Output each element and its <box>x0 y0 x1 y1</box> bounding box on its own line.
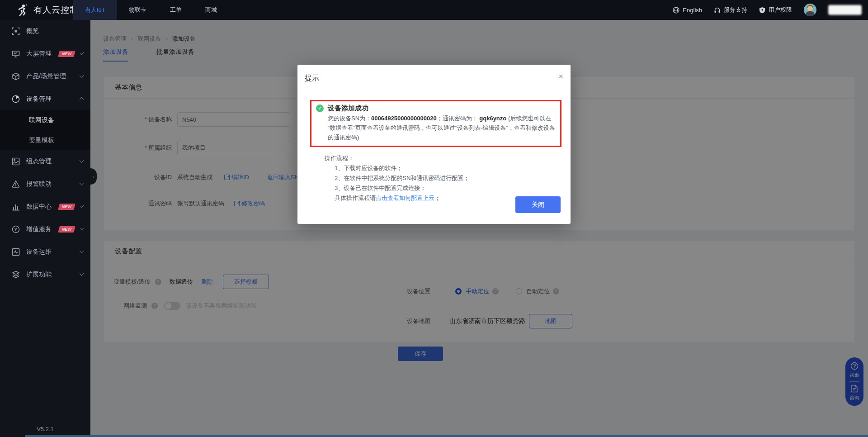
top-tab-work-order[interactable]: 工单 <box>158 0 193 20</box>
language-switch[interactable]: English <box>673 7 702 14</box>
device-manage-icon <box>12 95 20 103</box>
new-badge: NEW <box>58 204 75 210</box>
chevron-down-icon <box>80 226 84 230</box>
chevron-down-icon <box>80 271 84 276</box>
service-support[interactable]: 服务支持 <box>714 6 747 14</box>
step-3: 3、设备已在软件中配置完成连接； <box>335 183 561 193</box>
chevron-down-icon <box>80 180 84 185</box>
sidebar-item-device-ops[interactable]: 设备运维 <box>0 241 90 263</box>
product-icon <box>12 72 20 81</box>
horizontal-scrollbar <box>0 435 868 437</box>
sidebar-item-networked-devices[interactable]: 联网设备 <box>0 110 90 130</box>
prompt-dialog: 提示 × ✓ 设备添加成功 您的设备SN为：000649250000000000… <box>297 65 571 224</box>
device-ops-icon <box>12 248 20 256</box>
version-label: V5.2.1 <box>0 426 90 432</box>
step-2: 2、在软件中把系统分配的SN和通讯密码进行配置； <box>335 173 561 183</box>
new-badge: NEW <box>58 226 75 233</box>
bigscreen-icon <box>12 50 20 58</box>
sidebar-item-product[interactable]: 产品/场景管理 <box>0 65 90 88</box>
globe-icon <box>673 7 679 14</box>
chevron-up-icon <box>80 97 84 101</box>
usr-logo-icon <box>17 4 28 16</box>
sidebar-item-bigscreen[interactable]: 大屏管理 NEW <box>0 43 90 65</box>
annotation-highlight-box: ✓ 设备添加成功 您的设备SN为：00064925000000000020；通讯… <box>310 100 561 147</box>
alarm-icon <box>12 180 20 188</box>
top-nav: 有人IoT 物联卡 工单 商城 <box>73 0 229 20</box>
comm-pwd-value: gqk6ynzo <box>479 115 506 122</box>
top-tab-mall[interactable]: 商城 <box>193 0 229 20</box>
success-check-icon: ✓ <box>316 104 324 112</box>
horizontal-scrollbar-thumb[interactable] <box>25 435 868 437</box>
sidebar-item-device-manage[interactable]: 设备管理 <box>0 88 90 110</box>
sidebar: 概览 大屏管理 NEW 产品/场景管理 设备管理 联网设备 变量模板 组态管理 … <box>0 20 90 437</box>
sidebar-item-variable-template[interactable]: 变量模板 <box>0 130 90 150</box>
chevron-down-icon <box>80 158 84 162</box>
data-center-icon <box>12 203 20 211</box>
steps-title: 操作流程： <box>325 153 561 163</box>
chevron-down-icon <box>80 51 84 54</box>
chevron-down-icon <box>80 204 84 207</box>
top-tab-iot-card[interactable]: 物联卡 <box>117 0 158 20</box>
extend-icon <box>12 271 20 279</box>
value-service-icon <box>12 225 20 233</box>
topbar: 有人云控制台 有人IoT 物联卡 工单 商城 English 服务支持 用户权限 <box>0 0 868 20</box>
device-manage-submenu: 联网设备 变量模板 <box>0 110 90 150</box>
chevron-down-icon <box>80 73 84 77</box>
logo: 有人云控制台 <box>0 0 73 20</box>
chevron-down-icon <box>80 248 84 253</box>
overview-icon <box>12 27 20 35</box>
close-icon[interactable]: × <box>558 72 563 81</box>
user-avatar[interactable] <box>804 4 816 16</box>
sidebar-item-data-center[interactable]: 数据中心 NEW <box>0 195 90 218</box>
top-tab-usr-iot[interactable]: 有人IoT <box>73 0 117 20</box>
success-detail: 您的设备SN为：00064925000000000020；通讯密码为： gqk6… <box>328 114 556 142</box>
close-button[interactable]: 关闭 <box>515 196 561 213</box>
sidebar-item-alarm[interactable]: 报警联动 <box>0 173 90 195</box>
dialog-title: 提示 <box>297 65 571 87</box>
sidebar-item-scada[interactable]: 组态管理 <box>0 150 90 173</box>
success-title: 设备添加成功 <box>328 104 368 113</box>
shield-icon <box>759 7 765 14</box>
username-redacted <box>828 5 862 15</box>
sidebar-item-extend[interactable]: 扩展功能 <box>0 263 90 286</box>
step-1: 1、下载对应设备的软件； <box>335 163 561 173</box>
user-permissions[interactable]: 用户权限 <box>759 6 792 14</box>
new-badge: NEW <box>58 51 75 57</box>
operation-steps: 操作流程： 1、下载对应设备的软件； 2、在软件中把系统分配的SN和通讯密码进行… <box>325 153 561 203</box>
sidebar-item-overview[interactable]: 概览 <box>0 20 90 43</box>
device-sn-value: 00064925000000000020 <box>371 115 437 122</box>
how-to-configure-link[interactable]: 点击查看如何配置上云 <box>376 195 434 201</box>
sidebar-item-value-service[interactable]: 增值服务 NEW <box>0 218 90 241</box>
scada-icon <box>12 157 20 166</box>
headset-icon <box>714 7 721 14</box>
